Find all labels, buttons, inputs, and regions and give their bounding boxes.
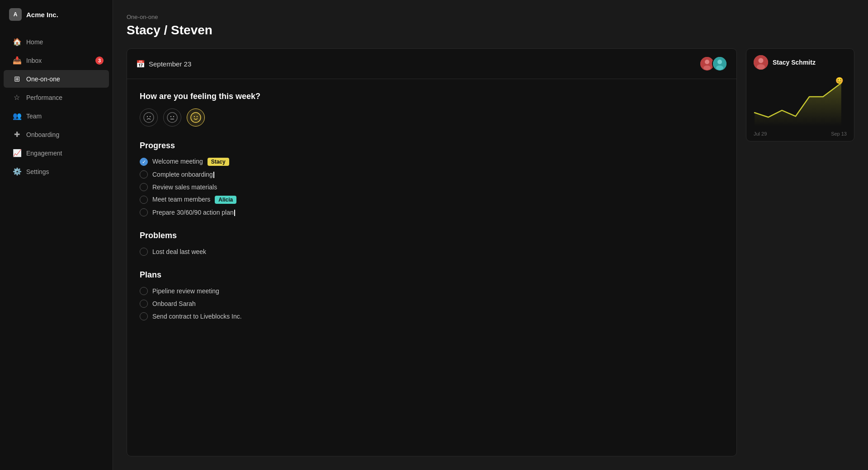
onboarding-icon: ✚ [13, 130, 21, 139]
sidebar: A Acme Inc. 🏠 Home 📥 Inbox 3 ⊞ One-on-on… [0, 0, 113, 470]
task-item: Prepare 30/60/90 action plan [140, 208, 724, 216]
svg-point-14 [194, 116, 195, 117]
sidebar-item-home[interactable]: 🏠 Home [4, 33, 109, 51]
mood-section: How are you feeling this week? [140, 92, 724, 127]
svg-point-2 [703, 66, 711, 70]
progress-title: Progress [140, 141, 724, 150]
task-label: Complete onboarding [152, 171, 214, 178]
inbox-badge: 3 [95, 56, 104, 65]
sidebar-item-onboarding[interactable]: ✚ Onboarding [4, 126, 109, 143]
svg-point-10 [170, 116, 171, 117]
performance-icon: ☆ [13, 93, 21, 102]
text-cursor [213, 172, 214, 178]
task-item: Send contract to Liveblocks Inc. [140, 312, 724, 320]
sidebar-item-engagement-label: Engagement [26, 150, 62, 157]
svg-point-4 [717, 60, 722, 64]
task-label: Lost deal last week [152, 248, 206, 255]
mood-question: How are you feeling this week? [140, 92, 724, 101]
svg-point-5 [716, 66, 723, 70]
mood-sad[interactable] [140, 108, 158, 127]
mood-chart: 😊 [750, 74, 850, 128]
sidebar-item-one-on-one[interactable]: ⊞ One-on-one [4, 70, 109, 88]
problems-section: Problems Lost deal last week [140, 231, 724, 256]
sidebar-item-engagement[interactable]: 📈 Engagement [4, 144, 109, 162]
task-item: Pipeline review meeting [140, 287, 724, 295]
sidebar-item-inbox[interactable]: 📥 Inbox 3 [4, 52, 109, 69]
task-checkbox[interactable] [140, 170, 148, 179]
card-body: How are you feeling this week? [127, 79, 736, 348]
task-item: Review sales materials [140, 183, 724, 191]
sidebar-nav: 🏠 Home 📥 Inbox 3 ⊞ One-on-one ☆ Performa… [0, 29, 113, 470]
task-tag-alicia: Alicia [215, 196, 236, 204]
chart-label-start: Jul 29 [754, 131, 767, 136]
avatar-steven [712, 56, 727, 71]
sidebar-item-team[interactable]: 👥 Team [4, 107, 109, 125]
sidebar-item-home-label: Home [26, 38, 43, 46]
calendar-icon: 📅 [136, 60, 145, 68]
chart-labels: Jul 29 Sep 13 [750, 130, 850, 136]
task-item: Complete onboarding [140, 170, 724, 179]
company-badge: A [9, 8, 22, 21]
svg-point-11 [173, 116, 174, 117]
task-checkbox[interactable] [140, 158, 148, 166]
task-label: Meet team members Alicia [152, 196, 236, 204]
task-tag-stacy: Stacy [208, 158, 229, 166]
task-checkbox[interactable] [140, 183, 148, 191]
task-label: Pipeline review meeting [152, 287, 219, 295]
chart-label-end: Sep 13 [831, 131, 847, 136]
session-card: 📅 September 23 [127, 48, 737, 456]
side-panel: Stacy Schmitz 😊 [746, 48, 854, 141]
sidebar-item-performance-label: Performance [26, 94, 62, 101]
task-label: Welcome meeting Stacy [152, 158, 229, 166]
text-cursor [234, 210, 235, 216]
svg-point-18 [757, 64, 765, 70]
problems-task-list: Lost deal last week [140, 248, 724, 256]
main-content: One-on-one Stacy / Steven 📅 September 23 [113, 0, 868, 470]
svg-point-1 [705, 60, 709, 64]
inbox-icon: 📥 [13, 56, 21, 65]
task-label: Review sales materials [152, 183, 217, 191]
sidebar-item-settings[interactable]: ⚙️ Settings [4, 163, 109, 180]
sidebar-item-team-label: Team [26, 113, 42, 120]
sidebar-item-inbox-label: Inbox [26, 57, 42, 64]
svg-point-13 [191, 113, 201, 122]
task-label: Onboard Sarah [152, 300, 196, 307]
content-area: 📅 September 23 [127, 48, 854, 456]
task-label: Prepare 30/60/90 action plan [152, 209, 235, 216]
svg-point-7 [147, 116, 148, 117]
task-label: Send contract to Liveblocks Inc. [152, 313, 242, 320]
plans-task-list: Pipeline review meeting Onboard Sarah Se… [140, 287, 724, 320]
company-name: Acme Inc. [26, 11, 58, 19]
svg-point-15 [197, 116, 198, 117]
task-checkbox[interactable] [140, 300, 148, 308]
task-checkbox[interactable] [140, 248, 148, 256]
session-avatars [699, 56, 727, 71]
mood-options [140, 108, 724, 127]
company-logo: A Acme Inc. [0, 0, 113, 29]
plans-section: Plans Pipeline review meeting Onboard Sa… [140, 270, 724, 320]
one-on-one-icon: ⊞ [13, 75, 21, 83]
sidebar-item-one-on-one-label: One-on-one [26, 75, 60, 83]
home-icon: 🏠 [13, 38, 21, 46]
side-panel-avatar [754, 55, 768, 70]
svg-point-17 [759, 58, 764, 63]
mood-chart-container: 😊 Jul 29 Sep 13 [746, 74, 854, 141]
session-date-label: September 23 [149, 60, 191, 68]
mood-happy[interactable] [187, 108, 205, 127]
task-checkbox[interactable] [140, 196, 148, 204]
side-panel-name: Stacy Schmitz [773, 59, 816, 66]
settings-icon: ⚙️ [13, 167, 21, 176]
team-icon: 👥 [13, 112, 21, 120]
sidebar-item-performance[interactable]: ☆ Performance [4, 89, 109, 106]
problems-title: Problems [140, 231, 724, 240]
mood-neutral[interactable] [163, 108, 181, 127]
task-item: Welcome meeting Stacy [140, 158, 724, 166]
page-title: Stacy / Steven [127, 23, 854, 38]
progress-section: Progress Welcome meeting Stacy [140, 141, 724, 216]
task-checkbox[interactable] [140, 287, 148, 295]
task-checkbox[interactable] [140, 208, 148, 216]
engagement-icon: 📈 [13, 149, 21, 157]
task-item: Lost deal last week [140, 248, 724, 256]
side-panel-header: Stacy Schmitz [746, 49, 854, 74]
task-checkbox[interactable] [140, 312, 148, 320]
